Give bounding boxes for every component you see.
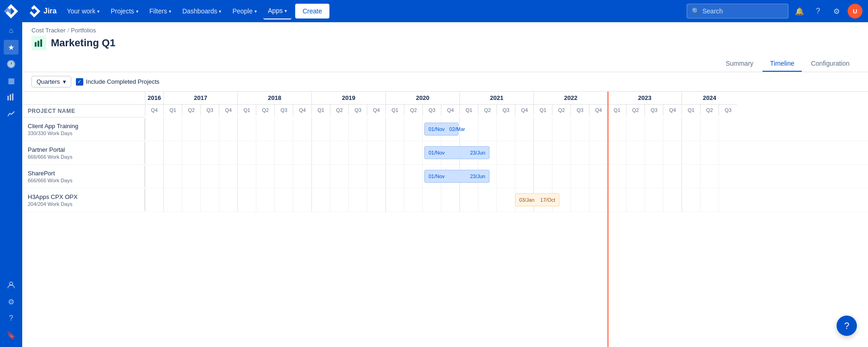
settings-icon[interactable]: ⚙ — [829, 4, 844, 19]
project-name-cell[interactable]: Client App Training 330/330 Work Days — [22, 119, 145, 140]
project-name: Partner Portal — [28, 146, 139, 153]
filters-chevron: ▾ — [169, 9, 171, 14]
project-name: SharePort — [28, 170, 139, 177]
year-header-2016: 2016 — [145, 92, 163, 105]
page-icon — [31, 36, 46, 50]
quarter-header-2021-Q4: Q4 — [515, 105, 533, 116]
gantt-bar[interactable]: 03/Jan 17/Oct — [515, 193, 559, 206]
gantt-bar[interactable]: 01/Nov 02/Mar — [424, 123, 459, 136]
dashboards-nav[interactable]: Dashboards ▾ — [178, 3, 226, 19]
quarter-header-2018-Q1: Q1 — [237, 105, 256, 116]
table-row: H3Apps CPX OPX 204/204 Work Days 03/Jan … — [22, 188, 868, 212]
project-name-cell[interactable]: SharePort 666/666 Work Days — [22, 166, 145, 187]
whatsnew-sidebar-icon[interactable]: 🔖 — [4, 328, 19, 342]
apps-chevron: ▾ — [285, 8, 287, 13]
search-box[interactable]: 🔍 Search — [687, 4, 788, 19]
people-chevron: ▾ — [254, 9, 257, 14]
breadcrumb-parent[interactable]: Cost Tracker — [31, 27, 66, 34]
toolbar: Quarters ▾ ✓ Include Completed Projects — [22, 72, 868, 92]
gantt-bar[interactable]: 01/Nov 23/Jun — [424, 170, 490, 183]
sidebar: ⌂ ★ 🕐 ▦ ⚙ ? 🔖 — [0, 0, 22, 347]
projects-nav[interactable]: Projects ▾ — [106, 3, 143, 19]
include-completed-checkbox[interactable]: ✓ Include Completed Projects — [76, 78, 160, 86]
svg-rect-0 — [7, 96, 9, 100]
filters-nav[interactable]: Filters ▾ — [145, 3, 176, 19]
search-icon: 🔍 — [692, 7, 700, 15]
page-header: Cost Tracker / Portfolios Marketing Q1 S… — [22, 22, 868, 72]
your-work-chevron: ▾ — [97, 9, 99, 14]
year-header-2019: 2019 — [311, 92, 385, 105]
notifications-icon[interactable]: 🔔 — [792, 4, 807, 19]
bar-end-label: 17/Oct — [540, 197, 555, 203]
include-completed-label: Include Completed Projects — [86, 78, 160, 85]
your-work-nav[interactable]: Your work ▾ — [62, 3, 104, 19]
search-label: Search — [702, 7, 723, 15]
analytics-icon[interactable] — [4, 106, 19, 121]
quarter-header-2018-Q4: Q4 — [293, 105, 311, 116]
quarter-header-row: Project NameQ4Q1Q2Q3Q4Q1Q2Q3Q4Q1Q2Q3Q4Q1… — [22, 105, 868, 118]
page-title: Marketing Q1 — [51, 37, 115, 49]
people-nav[interactable]: People ▾ — [228, 3, 261, 19]
help-fab[interactable]: ? — [837, 316, 857, 336]
year-header-2024: 2024 — [682, 92, 737, 105]
breadcrumb-separator: / — [68, 27, 69, 34]
year-header-2020: 2020 — [385, 92, 459, 105]
jira-top-logo[interactable]: Jira — [28, 5, 56, 18]
quarter-header-2019-Q3: Q3 — [348, 105, 367, 116]
quarter-header-2022-Q1: Q1 — [533, 105, 552, 116]
quarter-header-2017-Q1: Q1 — [163, 105, 182, 116]
board-icon[interactable]: ▦ — [4, 73, 19, 88]
project-name-cell[interactable]: H3Apps CPX OPX 204/204 Work Days — [22, 190, 145, 211]
jira-logo[interactable] — [4, 4, 19, 19]
quarter-header-2020-Q2: Q2 — [404, 105, 422, 116]
svg-rect-4 — [35, 42, 37, 47]
bar-start-label: 01/Nov — [428, 150, 445, 155]
create-button[interactable]: Create — [295, 4, 329, 19]
apps-nav[interactable]: Apps ▾ — [263, 3, 291, 19]
project-workdays: 666/666 Work Days — [28, 178, 139, 183]
project-name: H3Apps CPX OPX — [28, 193, 139, 200]
tab-configuration[interactable]: Configuration — [804, 56, 857, 72]
quarter-header-2024-Q1: Q1 — [682, 105, 700, 116]
breadcrumb: Cost Tracker / Portfolios — [31, 27, 859, 34]
year-header-row: 201620172018201920202021202220232024 — [22, 92, 868, 105]
today-line — [608, 92, 608, 347]
table-row: Partner Portal 666/666 Work Days 01/Nov … — [22, 141, 868, 165]
recent-icon[interactable]: 🕐 — [4, 56, 19, 71]
tab-summary[interactable]: Summary — [718, 56, 761, 72]
bar-start-label: 01/Nov — [428, 174, 445, 179]
quarter-header-2023-Q4: Q4 — [663, 105, 682, 116]
chart-bar-icon[interactable] — [4, 90, 19, 105]
tab-timeline[interactable]: Timeline — [763, 56, 801, 72]
help-icon[interactable]: ? — [811, 4, 825, 19]
help-sidebar-icon[interactable]: ? — [4, 311, 19, 326]
svg-rect-6 — [40, 39, 42, 47]
quarter-header-2021-Q2: Q2 — [478, 105, 496, 116]
quarter-header-2020-Q1: Q1 — [385, 105, 404, 116]
checkbox-checked-icon: ✓ — [76, 78, 83, 86]
people-sidebar-icon[interactable] — [4, 278, 19, 292]
starred-icon[interactable]: ★ — [4, 40, 19, 55]
bar-end-label: 23/Jun — [470, 174, 485, 179]
topnav-right: 🔍 Search 🔔 ? ⚙ U — [687, 4, 862, 19]
quarter-header-2018-Q2: Q2 — [256, 105, 274, 116]
quarter-header-2023-Q1: Q1 — [608, 105, 626, 116]
quarters-dropdown[interactable]: Quarters ▾ — [31, 76, 71, 87]
year-header-2022: 2022 — [533, 92, 608, 105]
gantt-bar[interactable]: 01/Nov 23/Jun — [424, 146, 490, 159]
bar-end-label: 23/Jun — [470, 150, 485, 155]
quarter-header-2024-Q3: Q3 — [719, 105, 737, 116]
settings-sidebar-icon[interactable]: ⚙ — [4, 294, 19, 309]
header-tabs: Summary Timeline Configuration — [718, 56, 859, 72]
quarter-header-2022-Q3: Q3 — [570, 105, 589, 116]
bar-start-label: 03/Jan — [519, 197, 534, 203]
year-header-2017: 2017 — [163, 92, 237, 105]
quarter-header-2023-Q2: Q2 — [626, 105, 645, 116]
user-avatar[interactable]: U — [848, 4, 862, 19]
home-icon[interactable]: ⌂ — [4, 23, 19, 38]
main-content: Cost Tracker / Portfolios Marketing Q1 S… — [22, 22, 868, 347]
quarter-header-2017-Q4: Q4 — [219, 105, 237, 116]
project-name-cell[interactable]: Partner Portal 666/666 Work Days — [22, 143, 145, 163]
gantt-area: 03/Jan 17/Oct — [145, 188, 868, 211]
svg-rect-5 — [37, 41, 39, 47]
